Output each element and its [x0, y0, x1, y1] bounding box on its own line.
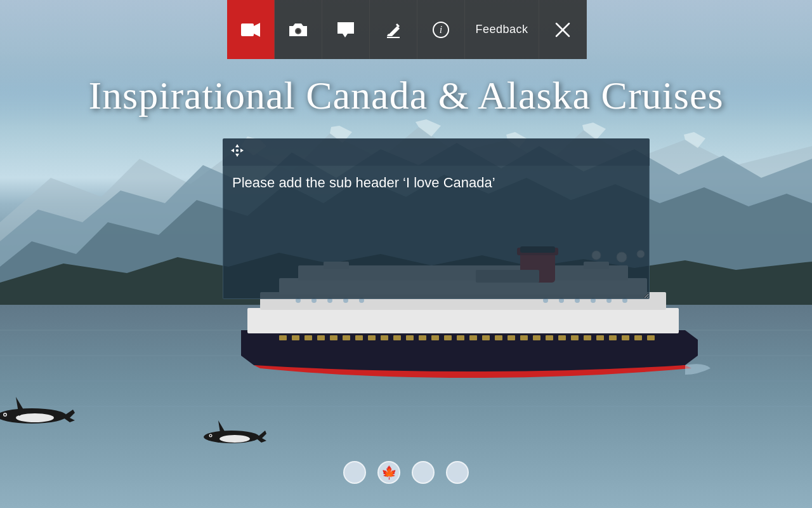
svg-marker-86 [235, 144, 239, 147]
svg-marker-88 [231, 149, 234, 152]
svg-rect-34 [469, 335, 477, 340]
svg-point-70 [16, 413, 54, 422]
svg-rect-39 [533, 335, 540, 340]
svg-rect-22 [317, 335, 325, 340]
video-button[interactable] [227, 0, 275, 59]
svg-rect-31 [431, 335, 439, 340]
svg-rect-20 [292, 335, 299, 340]
info-button[interactable]: i [417, 0, 465, 59]
svg-rect-15 [247, 308, 679, 333]
svg-rect-44 [596, 335, 604, 340]
svg-rect-40 [546, 335, 553, 340]
move-icon[interactable] [230, 144, 244, 161]
toolbar: i Feedback [227, 0, 587, 59]
svg-rect-19 [279, 335, 287, 340]
svg-text:i: i [440, 24, 442, 35]
svg-marker-78 [254, 23, 260, 37]
svg-point-90 [236, 149, 239, 152]
svg-rect-77 [241, 23, 254, 36]
orca-left [0, 387, 76, 425]
camera-button[interactable] [275, 0, 322, 59]
comment-box [223, 138, 650, 302]
feedback-button[interactable]: Feedback [465, 0, 539, 59]
svg-rect-36 [495, 335, 502, 340]
svg-marker-89 [240, 149, 244, 152]
svg-rect-47 [634, 335, 642, 340]
svg-rect-41 [558, 335, 566, 340]
svg-rect-23 [330, 335, 337, 340]
svg-rect-27 [381, 335, 388, 340]
svg-rect-48 [647, 335, 655, 340]
svg-rect-37 [508, 335, 515, 340]
svg-rect-43 [584, 335, 591, 340]
svg-rect-46 [622, 335, 629, 340]
svg-rect-28 [393, 335, 401, 340]
orca-right [197, 413, 266, 444]
svg-rect-24 [343, 335, 350, 340]
svg-rect-32 [444, 335, 452, 340]
svg-point-74 [219, 435, 250, 443]
slide-dot-4[interactable] [446, 461, 469, 484]
svg-rect-26 [368, 335, 376, 340]
svg-rect-29 [406, 335, 414, 340]
slide-dot-3[interactable] [412, 461, 435, 484]
slide-dots: 🍁 [343, 461, 469, 484]
feedback-label: Feedback [475, 23, 528, 36]
svg-rect-21 [304, 335, 312, 340]
svg-rect-25 [355, 335, 363, 340]
comment-header[interactable] [223, 138, 650, 166]
svg-point-72 [4, 414, 6, 416]
comment-textarea[interactable] [223, 166, 650, 299]
svg-marker-87 [235, 154, 239, 157]
chat-button[interactable] [322, 0, 370, 59]
slide-dot-2[interactable]: 🍁 [377, 461, 400, 484]
svg-rect-30 [419, 335, 426, 340]
svg-point-80 [296, 29, 300, 33]
maple-leaf-icon: 🍁 [381, 466, 397, 479]
slide-dot-1[interactable] [343, 461, 366, 484]
svg-rect-33 [457, 335, 464, 340]
svg-rect-35 [482, 335, 490, 340]
svg-rect-45 [609, 335, 617, 340]
page-title: Inspirational Canada & Alaska Cruises [0, 73, 812, 118]
close-button[interactable] [539, 0, 587, 59]
edit-button[interactable] [370, 0, 417, 59]
svg-point-76 [210, 435, 211, 436]
svg-rect-42 [571, 335, 579, 340]
svg-rect-38 [520, 335, 528, 340]
